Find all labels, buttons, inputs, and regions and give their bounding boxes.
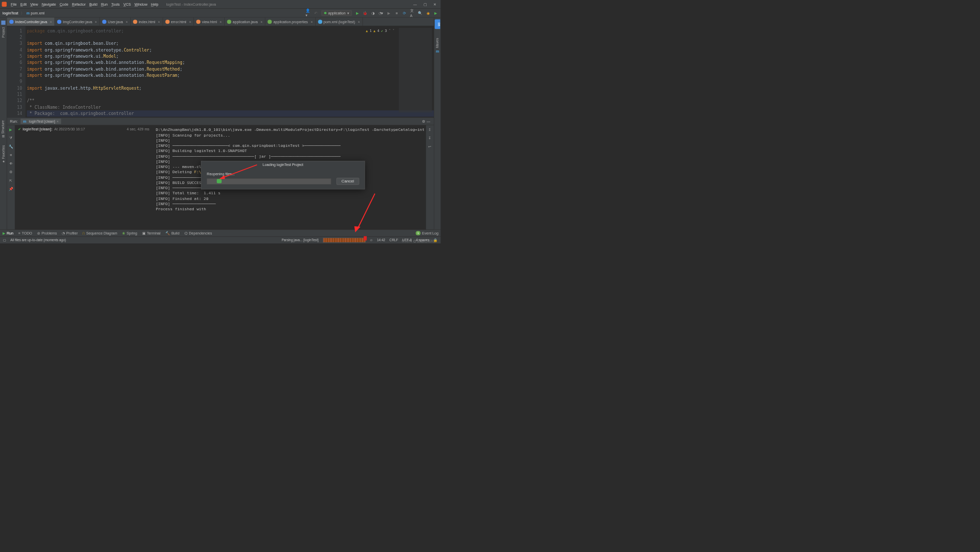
- rerun-icon[interactable]: ▶: [386, 11, 391, 15]
- menu-navigate[interactable]: Navigate: [40, 2, 58, 6]
- stop-icon[interactable]: ■: [10, 153, 12, 157]
- chevron-down-icon[interactable]: ˇ: [393, 28, 395, 34]
- menu-tools[interactable]: Tools: [109, 2, 121, 6]
- run-config-selector[interactable]: application ▾: [322, 10, 352, 16]
- maven-tool-label[interactable]: Maven: [436, 38, 440, 48]
- code-minimap[interactable]: [399, 28, 432, 112]
- editor-tab[interactable]: view.html×: [194, 18, 224, 26]
- menu-code[interactable]: Code: [58, 2, 70, 6]
- hide-icon[interactable]: —: [426, 119, 431, 124]
- back-arrow-icon[interactable]: ↶: [313, 11, 318, 15]
- tool-build[interactable]: 🔨Build: [165, 231, 179, 235]
- scroll-down-icon[interactable]: ↧: [428, 136, 431, 140]
- status-window-icon[interactable]: ▢: [3, 238, 6, 242]
- gear-icon[interactable]: ⚙: [421, 119, 426, 124]
- cancel-button[interactable]: Cancel: [336, 178, 359, 185]
- close-icon[interactable]: ×: [57, 119, 59, 123]
- close-icon[interactable]: ×: [219, 20, 222, 24]
- close-icon[interactable]: ×: [126, 20, 128, 24]
- profile-icon[interactable]: ◔▾: [379, 11, 383, 15]
- event-log[interactable]: 1Event Log: [416, 231, 438, 235]
- run-task-tree[interactable]: ✔ loginTest [clean]: At 2022/5/30 16:17 …: [15, 125, 153, 229]
- export-icon[interactable]: ⇱: [9, 178, 12, 182]
- close-icon[interactable]: ×: [95, 20, 97, 24]
- editor-tab[interactable]: User.java×: [100, 18, 131, 26]
- tool-spring[interactable]: ❀Spring: [122, 231, 137, 235]
- tool-todo[interactable]: ≡TODO: [18, 231, 32, 235]
- tool-terminal[interactable]: ▣Terminal: [142, 231, 161, 235]
- editor-tab[interactable]: IndexController.java×: [7, 18, 55, 26]
- inspection-widget[interactable]: ▲1 ▲4 ✔3 ˆ ˇ: [366, 28, 395, 34]
- file-type-icon: [227, 20, 231, 24]
- close-icon[interactable]: ✕: [433, 2, 436, 6]
- scroll-up-icon[interactable]: ↥: [428, 128, 431, 132]
- tool-dependencies[interactable]: ⌬Dependencies: [184, 231, 212, 235]
- run-tab[interactable]: m loginTest [clean] ×: [21, 119, 61, 124]
- search-icon[interactable]: 🔍: [418, 11, 423, 15]
- debug-icon[interactable]: 🐞: [363, 11, 367, 15]
- run-icon[interactable]: ▶: [355, 11, 360, 15]
- progress-bar[interactable]: [323, 238, 365, 242]
- wrench-icon[interactable]: 🔧: [9, 144, 13, 148]
- eye-icon[interactable]: 👁: [9, 161, 13, 165]
- file-type-icon: [9, 20, 13, 24]
- dependencies-icon: ⌬: [184, 231, 188, 235]
- menu-window[interactable]: Window: [132, 2, 149, 6]
- menu-build[interactable]: Build: [88, 2, 99, 6]
- tool-run[interactable]: ▶Run: [3, 231, 13, 235]
- close-icon[interactable]: ×: [189, 20, 191, 24]
- editor-tab[interactable]: application.properties×: [265, 18, 315, 26]
- editor-tab[interactable]: pom.xml (loginTest)×: [315, 18, 363, 26]
- menu-refactor[interactable]: Refactor: [70, 2, 88, 6]
- code-area[interactable]: package com.qin.springboot.controller;im…: [25, 26, 434, 117]
- close-icon[interactable]: ×: [311, 20, 313, 24]
- menu-edit[interactable]: Edit: [19, 2, 28, 6]
- coverage-icon[interactable]: ◑: [370, 11, 375, 15]
- menu-run[interactable]: Run: [99, 2, 109, 6]
- user-dropdown-icon[interactable]: 👤▾: [306, 11, 310, 15]
- stop-icon[interactable]: ■: [394, 11, 399, 15]
- maven-icon[interactable]: m: [436, 49, 439, 54]
- gear-icon[interactable]: ⚙: [9, 170, 12, 174]
- profiler-icon: ◔: [62, 231, 65, 235]
- close-icon[interactable]: ×: [158, 20, 160, 24]
- editor-tab[interactable]: error.html×: [163, 18, 194, 26]
- play-jrebel-icon[interactable]: ▶: [433, 11, 438, 15]
- project-tool-label[interactable]: Project: [2, 27, 5, 38]
- menu-view[interactable]: View: [28, 2, 40, 6]
- run-config-label: application: [328, 11, 346, 15]
- favorites-tool-icon[interactable]: ★ Favorites: [2, 145, 6, 163]
- breadcrumb-project[interactable]: loginTest: [3, 11, 19, 15]
- menu-help[interactable]: Help: [149, 2, 161, 6]
- close-icon[interactable]: ×: [260, 20, 262, 24]
- breadcrumb-file[interactable]: pom.xml: [31, 11, 45, 15]
- project-tool-icon[interactable]: [1, 21, 5, 25]
- editor-tab[interactable]: index.html×: [130, 18, 163, 26]
- close-icon[interactable]: ×: [50, 20, 52, 24]
- tool-problems[interactable]: ⊘Problems: [37, 231, 57, 235]
- soft-wrap-icon[interactable]: ↩: [428, 144, 431, 148]
- tool-profiler[interactable]: ◔Profiler: [62, 231, 78, 235]
- editor-tab[interactable]: application.java×: [225, 18, 265, 26]
- code-editor[interactable]: 123456789101112131415 package com.qin.sp…: [7, 26, 433, 117]
- sync-icon[interactable]: ◉: [426, 11, 430, 15]
- background-task[interactable]: Parsing java... [loginTest]: [281, 238, 318, 242]
- cancel-icon[interactable]: ⊘: [370, 238, 373, 242]
- rerun-icon[interactable]: ▶: [9, 128, 12, 132]
- filter-icon[interactable]: ⧩: [9, 136, 12, 140]
- line-sep[interactable]: CRLF: [390, 238, 398, 242]
- minimize-icon[interactable]: —: [413, 2, 417, 6]
- menu-file[interactable]: File: [9, 2, 19, 6]
- database-tool-icon[interactable]: DB: [435, 20, 441, 29]
- breadcrumb[interactable]: loginTest 〉 mpom.xml: [3, 10, 45, 15]
- tool-sequence[interactable]: ⎍Sequence Diagram: [82, 231, 117, 235]
- editor-tab[interactable]: ImgController.java×: [55, 18, 99, 26]
- maximize-icon[interactable]: ▢: [424, 2, 427, 6]
- structure-tool-icon[interactable]: ▤ Structure: [2, 120, 6, 138]
- menu-vcs[interactable]: VCS: [122, 2, 133, 6]
- update-icon[interactable]: ⟳: [402, 11, 407, 15]
- translate-icon[interactable]: 文A: [410, 11, 415, 15]
- chevron-up-icon[interactable]: ˆ: [388, 28, 391, 34]
- close-icon[interactable]: ×: [358, 20, 360, 24]
- pin-icon[interactable]: 📌: [9, 187, 13, 191]
